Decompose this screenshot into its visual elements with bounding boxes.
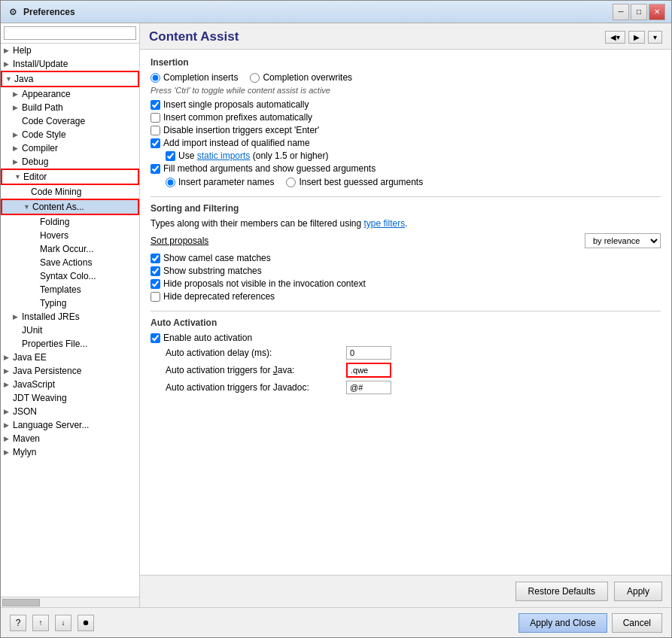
sidebar-item-compiler[interactable]: ▶ Compiler bbox=[1, 141, 139, 155]
fill-method-row[interactable]: Fill method arguments and show guessed a… bbox=[151, 163, 661, 174]
substring-row[interactable]: Show substring matches bbox=[151, 266, 661, 276]
single-proposals-checkbox[interactable] bbox=[151, 100, 160, 110]
hide-invisible-checkbox[interactable] bbox=[151, 279, 160, 289]
sidebar-item-install-update[interactable]: ▶ Install/Update bbox=[1, 57, 139, 71]
menu-button[interactable]: ▾ bbox=[648, 31, 662, 44]
static-imports-link[interactable]: static imports bbox=[197, 150, 251, 161]
sidebar-item-maven[interactable]: ▶ Maven bbox=[1, 432, 139, 445]
forward-button[interactable]: ▶ bbox=[628, 31, 645, 44]
sidebar-item-editor[interactable]: ▼ Editor bbox=[1, 169, 139, 185]
static-imports-row[interactable]: Use static imports (only 1.5 or higher) bbox=[166, 150, 661, 161]
sidebar-item-language-server[interactable]: ▶ Language Server... bbox=[1, 418, 139, 432]
sidebar-item-save-actions[interactable]: Save Actions bbox=[1, 256, 139, 269]
sidebar-item-build-path[interactable]: ▶ Build Path bbox=[1, 101, 139, 114]
substring-checkbox[interactable] bbox=[151, 266, 160, 276]
completion-overwrites-text: Completion overwrites bbox=[263, 72, 352, 83]
cancel-button[interactable]: Cancel bbox=[612, 613, 662, 633]
preferences-window: ⚙ Preferences ─ □ ✕ ▶ Help ▶ Install/Upd… bbox=[0, 0, 672, 638]
sidebar-scrollbar-h[interactable] bbox=[1, 597, 139, 607]
auto-activation-section: Auto Activation Enable auto activation A… bbox=[151, 317, 661, 394]
hide-deprecated-checkbox[interactable] bbox=[151, 292, 160, 302]
param-names-label[interactable]: Insert parameter names bbox=[166, 177, 274, 187]
sidebar-item-installed-jres[interactable]: ▶ Installed JREs bbox=[1, 310, 139, 324]
sidebar-item-jdt-weaving[interactable]: JDT Weaving bbox=[1, 391, 139, 405]
add-import-checkbox[interactable] bbox=[151, 138, 160, 148]
sidebar-item-json[interactable]: ▶ JSON bbox=[1, 405, 139, 418]
sidebar-item-code-style[interactable]: ▶ Code Style bbox=[1, 128, 139, 141]
arrow-icon: ▶ bbox=[4, 435, 13, 442]
back-button[interactable]: ◀▾ bbox=[605, 31, 625, 44]
close-button[interactable]: ✕ bbox=[649, 4, 665, 20]
apply-button[interactable]: Apply bbox=[614, 582, 662, 601]
common-prefixes-row[interactable]: Insert common prefixes automatically bbox=[151, 112, 661, 123]
camel-case-checkbox[interactable] bbox=[151, 254, 160, 263]
minimize-button[interactable]: ─ bbox=[613, 4, 629, 20]
search-input[interactable] bbox=[4, 26, 136, 40]
camel-case-row[interactable]: Show camel case matches bbox=[151, 253, 661, 263]
sidebar-item-java-persistence[interactable]: ▶ Java Persistence bbox=[1, 364, 139, 378]
fill-method-checkbox[interactable] bbox=[151, 164, 160, 174]
sidebar-item-label: Language Server... bbox=[13, 420, 89, 430]
sidebar-item-code-mining[interactable]: Code Mining bbox=[1, 185, 139, 199]
apply-and-close-button[interactable]: Apply and Close bbox=[518, 613, 607, 633]
sidebar-item-label: Code Coverage bbox=[22, 116, 85, 126]
disable-triggers-row[interactable]: Disable insertion triggers except 'Enter… bbox=[151, 125, 661, 135]
type-filters-link[interactable]: type filters bbox=[364, 218, 406, 229]
sidebar-item-typing[interactable]: Typing bbox=[1, 296, 139, 310]
auto-activation-title: Auto Activation bbox=[151, 317, 661, 328]
restore-defaults-button[interactable]: Restore Defaults bbox=[515, 582, 608, 601]
enable-auto-row[interactable]: Enable auto activation bbox=[151, 333, 661, 343]
param-names-text: Insert parameter names bbox=[178, 177, 274, 187]
param-names-radio[interactable] bbox=[166, 178, 175, 187]
camel-case-label: Show camel case matches bbox=[163, 253, 271, 263]
completion-inserts-label[interactable]: Completion inserts bbox=[151, 72, 238, 83]
completion-inserts-radio[interactable] bbox=[151, 73, 160, 83]
arrow-icon: ▶ bbox=[13, 131, 22, 138]
maximize-button[interactable]: □ bbox=[631, 4, 647, 20]
single-proposals-row[interactable]: Insert single proposals automatically bbox=[151, 99, 661, 110]
enable-auto-checkbox[interactable] bbox=[151, 333, 160, 343]
java-triggers-input[interactable] bbox=[346, 363, 391, 378]
param-guessed-radio[interactable] bbox=[286, 178, 296, 187]
hide-deprecated-row[interactable]: Hide deprecated references bbox=[151, 291, 661, 302]
completion-overwrites-label[interactable]: Completion overwrites bbox=[250, 72, 352, 83]
sort-proposals-select[interactable]: by relevance alphabetically bbox=[585, 233, 661, 248]
completion-overwrites-radio[interactable] bbox=[250, 73, 260, 83]
hide-invisible-row[interactable]: Hide proposals not visible in the invoca… bbox=[151, 278, 661, 289]
import-icon[interactable]: ↓ bbox=[55, 615, 71, 631]
sidebar-item-content-assist[interactable]: ▼ Content As... bbox=[1, 199, 139, 215]
sidebar-item-folding[interactable]: Folding bbox=[1, 215, 139, 229]
add-import-row[interactable]: Add import instead of qualified name bbox=[151, 138, 661, 148]
hide-deprecated-label: Hide deprecated references bbox=[163, 291, 275, 302]
sidebar-item-properties-file[interactable]: Properties File... bbox=[1, 337, 139, 351]
sidebar-item-debug[interactable]: ▶ Debug bbox=[1, 155, 139, 169]
help-icon[interactable]: ? bbox=[10, 615, 26, 631]
sidebar-item-java-ee[interactable]: ▶ Java EE bbox=[1, 351, 139, 364]
completion-hint: Press 'Ctrl' to toggle while content ass… bbox=[151, 86, 661, 95]
arrow-icon: ▶ bbox=[4, 381, 13, 388]
delay-input[interactable] bbox=[346, 346, 391, 360]
sidebar-item-label: Java EE bbox=[13, 352, 47, 363]
record-icon[interactable]: ⏺ bbox=[78, 615, 94, 631]
sidebar-item-label: Debug bbox=[22, 156, 48, 167]
disable-triggers-checkbox[interactable] bbox=[151, 126, 160, 135]
sidebar-item-label: Mylyn bbox=[13, 447, 36, 457]
sidebar-item-java[interactable]: ▼ Java bbox=[1, 71, 139, 87]
sidebar-item-hovers[interactable]: Hovers bbox=[1, 229, 139, 242]
sidebar-item-code-coverage[interactable]: Code Coverage bbox=[1, 114, 139, 128]
static-imports-checkbox[interactable] bbox=[166, 151, 175, 161]
sidebar-item-mark-occurrences[interactable]: Mark Occur... bbox=[1, 242, 139, 256]
sidebar-item-help[interactable]: ▶ Help bbox=[1, 44, 139, 57]
sidebar-item-syntax-coloring[interactable]: Syntax Colo... bbox=[1, 269, 139, 283]
common-prefixes-checkbox[interactable] bbox=[151, 113, 160, 123]
sidebar-item-javascript[interactable]: ▶ JavaScript bbox=[1, 378, 139, 391]
javadoc-triggers-input[interactable] bbox=[346, 381, 391, 394]
sidebar-item-mylyn[interactable]: ▶ Mylyn bbox=[1, 445, 139, 459]
export-icon[interactable]: ↑ bbox=[32, 615, 49, 631]
sidebar-item-label: Mark Occur... bbox=[40, 244, 93, 254]
param-guessed-label[interactable]: Insert best guessed arguments bbox=[286, 177, 423, 187]
sidebar-item-appearance[interactable]: ▶ Appearance bbox=[1, 87, 139, 101]
sidebar-item-templates[interactable]: Templates bbox=[1, 283, 139, 296]
insertion-section: Insertion Completion inserts Completion … bbox=[151, 57, 661, 187]
sidebar-item-junit[interactable]: JUnit bbox=[1, 324, 139, 337]
